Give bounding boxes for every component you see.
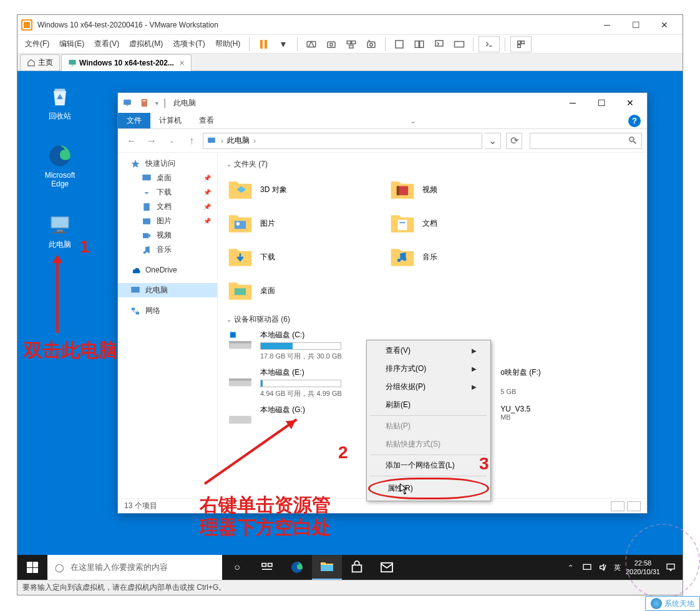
unity-icon[interactable] <box>411 36 428 52</box>
pause-button[interactable] <box>255 36 272 52</box>
menu-help[interactable]: 帮助(H) <box>211 37 245 51</box>
cortana-button[interactable]: ○ <box>222 555 252 580</box>
ctx-refresh[interactable]: 刷新(E) <box>368 396 489 414</box>
desktop-edge[interactable]: Microsoft Edge <box>36 143 84 188</box>
sidebar-pictures[interactable]: 图片📌 <box>118 214 217 228</box>
folder-desktop[interactable]: 桌面 <box>226 276 376 306</box>
folder-music[interactable]: 音乐 <box>389 242 538 272</box>
taskbar-search[interactable]: ◯在这里输入你要搜索的内容 <box>47 555 222 580</box>
sidebar-this-pc[interactable]: 此电脑 <box>118 283 217 297</box>
tab-home[interactable]: 主页 <box>20 54 60 70</box>
snapshot-icon[interactable] <box>323 36 340 52</box>
search-input[interactable]: 🔍︎ <box>530 133 642 149</box>
qat-thispc-icon[interactable] <box>120 96 134 110</box>
tray-volume-icon[interactable] <box>598 562 609 573</box>
svg-rect-29 <box>143 218 150 224</box>
sidebar-videos[interactable]: 视频 <box>118 228 217 243</box>
menu-view[interactable]: 查看(V) <box>90 37 123 51</box>
console-icon[interactable] <box>430 36 448 52</box>
ctx-group[interactable]: 分组依据(P)▶ <box>368 378 489 396</box>
drive-f[interactable]: o映射盘 (F:)5 GB <box>500 367 638 398</box>
folder-pictures[interactable]: 图片 <box>226 208 376 238</box>
sidebar-quick-access[interactable]: 快速访问 <box>118 156 217 171</box>
ctx-add-network-location[interactable]: 添加一个网络位置(L) <box>368 456 489 474</box>
sidebar-downloads[interactable]: 下载📌 <box>118 185 217 200</box>
desktop-recycle-bin[interactable]: 回收站 <box>36 84 84 122</box>
qat-dropdown-icon[interactable]: ▾ <box>155 100 158 107</box>
qat-properties-icon[interactable] <box>138 96 152 110</box>
ctx-sort[interactable]: 排序方式(O)▶ <box>368 360 489 378</box>
folder-documents[interactable]: 文档 <box>389 208 538 238</box>
svg-rect-49 <box>229 378 251 381</box>
maximize-button[interactable]: ☐ <box>621 16 650 34</box>
vmware-window: Windows 10 x64-test-20200416 - VMware Wo… <box>17 14 683 595</box>
nav-up-button[interactable]: ↑ <box>183 132 200 150</box>
snapshot-revert-icon[interactable] <box>362 36 380 52</box>
sidebar-music[interactable]: 音乐 <box>118 243 217 257</box>
address-input[interactable]: › 此电脑 › <box>203 133 482 149</box>
view-details-button[interactable] <box>611 501 625 511</box>
ribbon-expand-icon[interactable]: ⌄ <box>410 117 416 125</box>
taskbar-explorer[interactable] <box>312 555 342 580</box>
desktop-this-pc[interactable]: 此电脑 <box>36 212 84 250</box>
drive-c[interactable]: 本地磁盘 (C:)17.8 GB 可用，共 30.0 GB <box>226 330 376 361</box>
drive-e[interactable]: 本地磁盘 (E:)4.94 GB 可用，共 4.99 GB <box>226 367 364 398</box>
address-dropdown[interactable]: ⌄ <box>485 133 501 149</box>
view-icons-button[interactable] <box>627 501 641 511</box>
sidebar-documents[interactable]: 文档📌 <box>118 200 217 214</box>
stop-dropdown[interactable]: ▾ <box>275 36 292 52</box>
command-icon[interactable] <box>479 36 500 52</box>
vm-desktop[interactable]: 回收站 Microsoft Edge 此电脑 ▾ | 此电脑 ─ ☐ <box>17 71 683 580</box>
exp-close-button[interactable]: ✕ <box>616 94 644 112</box>
tray-expand-icon[interactable]: ⌃ <box>565 562 576 573</box>
ctx-properties[interactable]: 属性(R) <box>368 478 489 499</box>
stretch-icon[interactable] <box>450 36 468 52</box>
ribbon-computer-tab[interactable]: 计算机 <box>150 113 190 128</box>
exp-minimize-button[interactable]: ─ <box>558 94 587 112</box>
sidebar-desktop[interactable]: 桌面📌 <box>118 171 217 185</box>
fullscreen-icon[interactable] <box>391 36 408 52</box>
help-icon[interactable]: ? <box>628 115 641 127</box>
menu-edit[interactable]: 编辑(E) <box>56 37 88 51</box>
nav-back-button[interactable]: ← <box>123 132 140 150</box>
section-drives[interactable]: ⌄设备和驱动器 (6) <box>226 314 638 325</box>
folder-3d-objects[interactable]: 3D 对象 <box>226 175 376 204</box>
taskbar: ◯在这里输入你要搜索的内容 ○ ⌃ 英 22:582020/10/31 <box>17 555 683 580</box>
drive-icon <box>226 405 254 427</box>
start-button[interactable] <box>17 555 47 580</box>
nav-forward-button[interactable]: → <box>143 132 160 150</box>
thumbnail-icon[interactable] <box>510 36 532 52</box>
section-folders[interactable]: ⌄文件夹 (7) <box>226 159 638 170</box>
taskbar-store[interactable] <box>342 555 372 580</box>
ribbon-view-tab[interactable]: 查看 <box>190 113 223 128</box>
send-ctrlaltdel-icon[interactable] <box>303 36 320 52</box>
nav-history-dropdown[interactable]: ⌄ <box>163 132 180 150</box>
tray-network-icon[interactable] <box>581 562 593 573</box>
svg-rect-47 <box>230 332 236 338</box>
drive-dvd[interactable]: YU_V3.5MB <box>500 405 638 427</box>
menu-vm[interactable]: 虚拟机(M) <box>125 37 167 51</box>
folder-downloads[interactable]: 下载 <box>226 242 376 272</box>
tray-ime[interactable]: 英 <box>614 563 621 572</box>
folder-videos[interactable]: 视频 <box>389 175 538 204</box>
svg-rect-8 <box>396 41 403 48</box>
exp-maximize-button[interactable]: ☐ <box>587 94 616 112</box>
menu-tabs[interactable]: 选项卡(T) <box>169 37 208 51</box>
task-view-button[interactable] <box>252 555 282 580</box>
sidebar-network[interactable]: 网络 <box>118 304 217 318</box>
close-button[interactable]: ✕ <box>650 16 679 34</box>
menu-file[interactable]: 文件(F) <box>21 37 53 51</box>
snapshot-manager-icon[interactable] <box>343 36 360 52</box>
minimize-button[interactable]: ─ <box>593 16 621 34</box>
svg-rect-1 <box>328 42 335 47</box>
refresh-button[interactable]: ⟳ <box>506 133 522 149</box>
taskbar-edge[interactable] <box>282 555 312 580</box>
ribbon-file-tab[interactable]: 文件 <box>118 113 150 128</box>
sidebar-onedrive[interactable]: OneDrive <box>118 263 217 277</box>
tab-close-icon[interactable]: ✕ <box>179 59 185 67</box>
ctx-view[interactable]: 查看(V)▶ <box>368 342 489 360</box>
taskbar-mail[interactable] <box>372 555 402 580</box>
explorer-titlebar[interactable]: ▾ | 此电脑 ─ ☐ ✕ <box>118 93 647 113</box>
monitor-icon <box>68 59 77 67</box>
tab-vm[interactable]: Windows 10 x64-test-202... ✕ <box>61 54 192 71</box>
